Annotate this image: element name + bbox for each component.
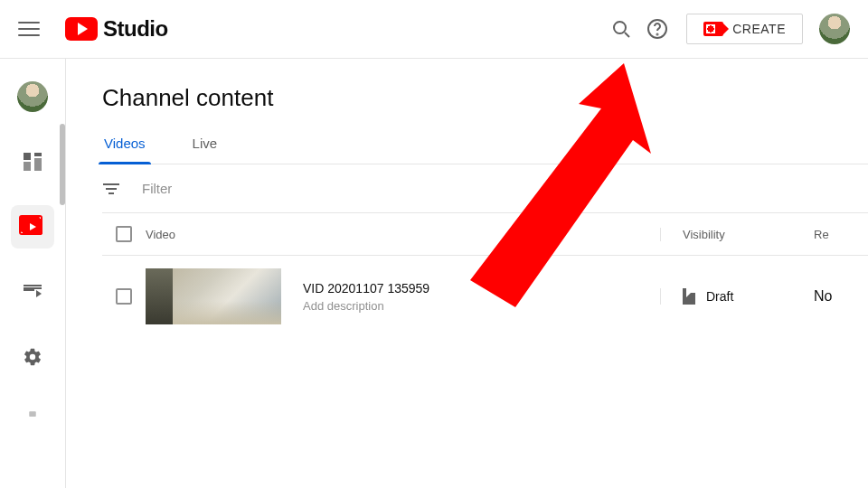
channel-avatar-icon <box>17 81 48 112</box>
create-camera-icon <box>703 22 723 36</box>
video-description-placeholder[interactable]: Add description <box>303 299 429 313</box>
svg-line-1 <box>625 33 629 37</box>
column-header-restrictions[interactable]: Re <box>814 228 868 241</box>
filter-bar <box>102 164 868 213</box>
table-row[interactable]: VID 20201107 135959 Add description Draf… <box>102 256 868 337</box>
studio-logo[interactable]: Studio <box>65 16 168 42</box>
menu-icon[interactable] <box>18 18 40 40</box>
sidebar-item-channel[interactable] <box>11 75 54 118</box>
filter-icon[interactable] <box>102 183 120 194</box>
content-icon <box>23 219 42 235</box>
svg-point-3 <box>657 34 658 35</box>
select-all-checkbox[interactable] <box>116 226 132 242</box>
column-header-visibility[interactable]: Visibility <box>660 228 814 241</box>
sidebar-scrollbar[interactable] <box>60 124 65 205</box>
youtube-play-icon <box>65 17 98 41</box>
search-icon[interactable] <box>603 11 639 47</box>
create-button-label: CREATE <box>732 22 786 36</box>
main-panel: Channel content Videos Live Video Visibi… <box>65 59 868 488</box>
dashboard-icon <box>24 153 42 171</box>
gear-icon <box>23 347 42 367</box>
tab-videos[interactable]: Videos <box>102 136 147 164</box>
sidebar-item-dashboard[interactable] <box>11 140 54 183</box>
page-title: Channel content <box>102 84 868 112</box>
svg-point-0 <box>614 22 626 33</box>
visibility-label: Draft <box>706 289 733 304</box>
app-header: Studio CREATE <box>0 0 868 58</box>
draft-icon <box>683 288 695 305</box>
create-button[interactable]: CREATE <box>686 14 803 44</box>
video-meta: VID 20201107 135959 Add description <box>303 281 429 313</box>
sidebar <box>0 59 65 488</box>
visibility-cell[interactable]: Draft <box>660 288 814 305</box>
row-checkbox[interactable] <box>116 288 132 305</box>
svg-rect-4 <box>29 411 36 417</box>
playlist-icon <box>24 285 42 299</box>
sidebar-item-settings[interactable] <box>11 335 54 379</box>
account-avatar[interactable] <box>819 14 850 44</box>
tab-live[interactable]: Live <box>191 136 220 164</box>
sidebar-item-feedback[interactable] <box>11 393 54 436</box>
filter-input[interactable] <box>142 181 868 196</box>
sidebar-item-content[interactable] <box>11 205 54 249</box>
content-tabs: Videos Live <box>102 136 868 164</box>
feedback-icon <box>24 410 42 419</box>
restrictions-cell: No <box>814 288 868 305</box>
video-thumbnail[interactable] <box>146 268 281 324</box>
video-title[interactable]: VID 20201107 135959 <box>303 281 429 296</box>
help-icon[interactable] <box>639 11 675 47</box>
sidebar-item-playlists[interactable] <box>11 270 54 314</box>
column-header-video[interactable]: Video <box>146 228 660 241</box>
logo-text: Studio <box>103 16 168 42</box>
table-header: Video Visibility Re <box>102 213 868 256</box>
